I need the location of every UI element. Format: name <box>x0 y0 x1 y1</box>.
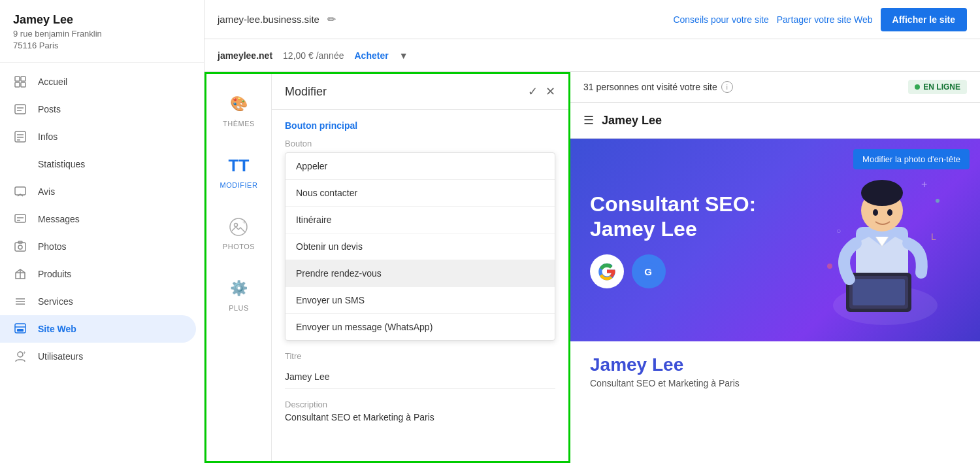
preview-hero: Modifier la photo d'en-tête Consultant S… <box>570 139 980 341</box>
svg-text:+: + <box>242 218 246 226</box>
modifier-body: Bouton principal Bouton AppelerNous cont… <box>272 110 568 461</box>
dropdown-list: AppelerNous contacterItinéraireObtenir u… <box>285 152 555 341</box>
dropdown-item-whatsapp[interactable]: Envoyer un message (WhatsApp) <box>286 314 555 340</box>
description-field-value: Consultant SEO et Marketing à Paris <box>285 412 555 422</box>
domain-buy-link[interactable]: Acheter <box>354 50 388 61</box>
sidebar-item-messages[interactable]: Messages <box>0 205 196 233</box>
sidebar-item-photos[interactable]: Photos <box>0 233 196 260</box>
modifier-close-icon[interactable]: ✕ <box>546 84 555 99</box>
dropdown-item-appeler[interactable]: Appeler <box>286 153 555 180</box>
sidebar-item-site-web[interactable]: Site Web <box>0 315 196 343</box>
modifier-header: Modifier ✓ ✕ <box>272 74 568 110</box>
hero-text-block: Consultant SEO:Jamey Lee G <box>590 192 756 289</box>
preview-name-large: Jamey Lee <box>590 354 960 375</box>
preview-status-bar: 31 personnes ont visité votre site i EN … <box>570 72 980 103</box>
produits-label: Produits <box>38 269 71 279</box>
content-area: 🎨 THÈMES TT MODIFIER + PHOTOS ⚙️ PLUS <box>204 72 980 463</box>
conseils-link[interactable]: Conseils pour votre site <box>673 14 768 25</box>
partager-link[interactable]: Partager votre site Web <box>777 14 873 25</box>
sidebar-nav: AccueilPostsInfosStatistiquesAvisMessage… <box>0 63 204 463</box>
dropdown-item-obtenir-devis[interactable]: Obtenir un devis <box>286 233 555 260</box>
bouton-field-label: Bouton <box>285 139 555 148</box>
dropdown-item-envoyer-sms[interactable]: Envoyer un SMS <box>286 287 555 314</box>
svg-point-38 <box>887 209 892 216</box>
modifier-label: MODIFIER <box>220 181 258 189</box>
messages-label: Messages <box>38 214 80 224</box>
accueil-icon <box>13 75 27 89</box>
photos-label: Photos <box>38 241 67 252</box>
svg-rect-41 <box>853 279 905 305</box>
svg-text:+: + <box>921 179 927 190</box>
tool-plus[interactable]: ⚙️ PLUS <box>222 271 256 317</box>
dropdown-item-prendre-rdv[interactable]: Prendre rendez-vous <box>286 260 555 287</box>
modifier-panel: Modifier ✓ ✕ Bouton principal Bouton App… <box>272 74 568 461</box>
avis-icon <box>13 184 27 199</box>
sidebar-item-posts[interactable]: Posts <box>0 95 196 123</box>
photos-tool-label: PHOTOS <box>223 243 255 250</box>
description-field-label: Description <box>285 400 555 409</box>
produits-icon <box>13 267 27 281</box>
hamburger-icon[interactable]: ☰ <box>583 113 594 128</box>
name-field-label: Titre <box>285 351 555 361</box>
modifier-confirm-icon[interactable]: ✓ <box>528 84 538 99</box>
status-dot <box>915 84 920 90</box>
sidebar-item-infos[interactable]: Infos <box>0 123 196 150</box>
preview-site-name: Jamey Lee <box>602 114 662 128</box>
infos-label: Infos <box>38 131 57 142</box>
svg-rect-2 <box>15 82 20 87</box>
avis-label: Avis <box>38 186 55 197</box>
sidebar-item-utilisateurs[interactable]: +Utilisateurs <box>0 343 196 370</box>
site-web-icon <box>13 322 27 336</box>
posts-icon <box>13 102 27 116</box>
edit-domain-icon[interactable]: ✏ <box>327 13 336 26</box>
domain-chevron-icon[interactable]: ▼ <box>399 50 408 61</box>
status-label: EN LIGNE <box>923 82 960 92</box>
info-icon[interactable]: i <box>721 81 733 93</box>
domain-price: 12,00 € /année <box>283 50 344 61</box>
tool-themes[interactable]: 🎨 THÈMES <box>218 87 260 133</box>
svg-text:+: + <box>23 350 26 356</box>
svg-point-36 <box>861 180 903 206</box>
site-web-label: Site Web <box>38 324 76 334</box>
afficher-site-button[interactable]: Afficher le site <box>881 8 967 31</box>
user-address: 9 rue benjamin Franklin 75116 Paris <box>13 28 193 52</box>
sidebar-item-services[interactable]: Services <box>0 288 196 315</box>
messages-icon <box>13 212 27 226</box>
statistiques-icon <box>13 157 27 171</box>
sidebar: Jamey Lee 9 rue benjamin Franklin 75116 … <box>0 0 204 463</box>
posts-label: Posts <box>38 104 61 114</box>
sidebar-item-accueil[interactable]: Accueil <box>0 68 196 95</box>
svg-rect-25 <box>17 329 24 332</box>
svg-point-16 <box>18 245 22 249</box>
sidebar-item-produits[interactable]: Produits <box>0 260 196 288</box>
g-badge-logo: G <box>632 254 666 288</box>
photos-icon <box>13 239 27 254</box>
hero-title: Consultant SEO:Jamey Lee <box>590 192 756 242</box>
visitors-count: 31 personnes ont visité votre site i <box>583 81 903 93</box>
status-badge: EN LIGNE <box>908 80 967 94</box>
preview-site: ☰ Jamey Lee Modifier la photo d'en-tête … <box>570 103 980 463</box>
name-field-value: Jamey Lee <box>285 365 555 389</box>
svg-rect-4 <box>15 105 25 114</box>
preview-below-hero: Jamey Lee Consultant SEO et Marketing à … <box>570 341 980 402</box>
sidebar-item-avis[interactable]: Avis <box>0 178 196 205</box>
svg-text:○: ○ <box>836 226 841 235</box>
dropdown-item-itineraire[interactable]: Itinéraire <box>286 207 555 233</box>
svg-point-26 <box>18 352 23 357</box>
svg-text:G: G <box>644 266 652 277</box>
preview-desc: Consultant SEO et Marketing à Paris <box>590 378 960 388</box>
svg-rect-12 <box>15 214 25 222</box>
bouton-dropdown: AppelerNous contacterItinéraireObtenir u… <box>285 152 555 341</box>
sidebar-item-statistiques[interactable]: Statistiques <box>0 150 196 178</box>
dropdown-item-nous-contacter[interactable]: Nous contacter <box>286 180 555 207</box>
preview-panel: 31 personnes ont visité votre site i EN … <box>570 72 980 463</box>
modifier-icon: TT <box>227 154 251 177</box>
svg-point-29 <box>235 224 238 227</box>
tool-photos[interactable]: + PHOTOS <box>218 210 260 256</box>
domain-name: jameylee.net <box>218 50 272 61</box>
tool-modifier[interactable]: TT MODIFIER <box>215 148 263 194</box>
editor-panel: 🎨 THÈMES TT MODIFIER + PHOTOS ⚙️ PLUS <box>204 72 570 463</box>
sidebar-header: Jamey Lee 9 rue benjamin Franklin 75116 … <box>0 0 204 63</box>
svg-rect-0 <box>15 77 20 81</box>
infos-icon <box>13 129 27 144</box>
